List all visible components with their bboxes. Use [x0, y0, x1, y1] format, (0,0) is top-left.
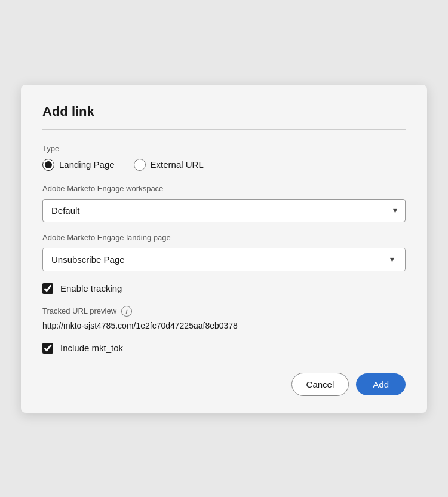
workspace-section: Adobe Marketo Engage workspace Default W…	[42, 184, 406, 222]
enable-tracking-checkbox[interactable]	[42, 283, 53, 294]
landing-page-label: Adobe Marketo Engage landing page	[42, 233, 406, 242]
include-mkt-tok-row: Include mkt_tok	[42, 343, 406, 354]
tracked-url-value: http://mkto-sjst4785.com/1e2fc70d47225aa…	[42, 321, 238, 330]
landing-page-section: Adobe Marketo Engage landing page Unsubs…	[42, 233, 406, 271]
radio-landing-page-label: Landing Page	[59, 159, 115, 170]
enable-tracking-row: Enable tracking	[42, 283, 406, 294]
workspace-select-wrapper: Default Workspace 1 Workspace 2 ▾	[42, 199, 406, 222]
add-link-dialog: Add link Type Landing Page External URL …	[21, 85, 427, 413]
enable-tracking-label[interactable]: Enable tracking	[60, 283, 122, 293]
type-radio-group: Landing Page External URL	[42, 159, 406, 171]
workspace-label: Adobe Marketo Engage workspace	[42, 184, 406, 193]
type-label: Type	[42, 144, 406, 153]
title-divider	[42, 129, 406, 130]
radio-external-url[interactable]	[134, 159, 146, 171]
landing-page-chevron-icon[interactable]: ▾	[379, 249, 405, 271]
radio-external-url-label: External URL	[151, 159, 204, 170]
type-section: Type Landing Page External URL	[42, 144, 406, 171]
include-mkt-tok-label[interactable]: Include mkt_tok	[60, 343, 123, 353]
add-button[interactable]: Add	[356, 373, 406, 395]
radio-option-landing-page[interactable]: Landing Page	[42, 159, 115, 171]
dialog-title: Add link	[42, 104, 406, 119]
landing-page-select[interactable]: Unsubscribe Page Home Page Contact Page	[43, 249, 379, 271]
cancel-button[interactable]: Cancel	[291, 373, 349, 396]
dialog-overlay: Add link Type Landing Page External URL …	[0, 0, 448, 497]
landing-page-select-wrapper: Unsubscribe Page Home Page Contact Page …	[42, 248, 406, 271]
include-mkt-tok-checkbox[interactable]	[42, 343, 53, 354]
dialog-footer: Cancel Add	[42, 373, 406, 396]
tracked-url-preview-label: Tracked URL preview	[42, 306, 116, 315]
radio-option-external-url[interactable]: External URL	[134, 159, 204, 171]
tracked-url-section: Tracked URL preview i http://mkto-sjst47…	[42, 306, 406, 331]
radio-landing-page[interactable]	[42, 159, 54, 171]
tracked-url-header: Tracked URL preview i	[42, 306, 406, 317]
info-icon[interactable]: i	[121, 306, 132, 317]
workspace-select[interactable]: Default Workspace 1 Workspace 2	[42, 199, 406, 222]
